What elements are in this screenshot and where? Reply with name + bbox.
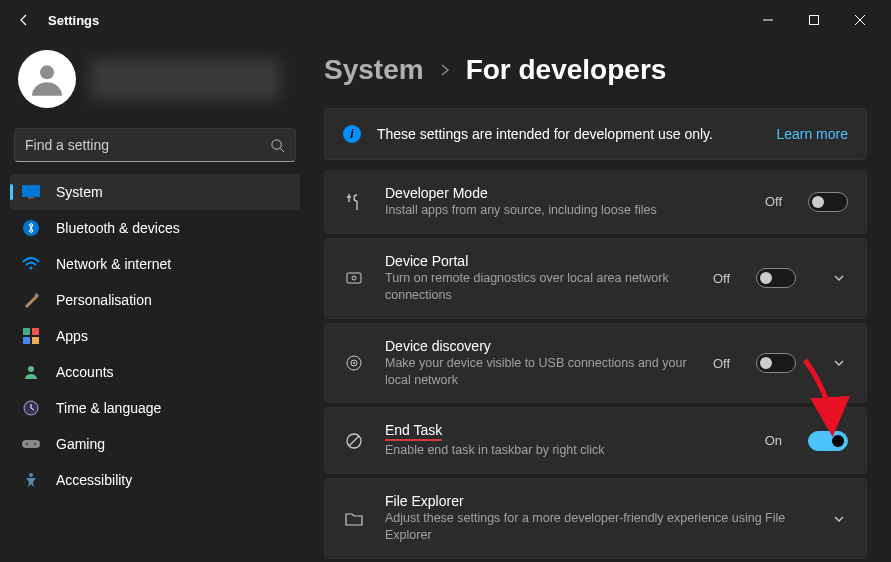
- account-name-redacted: [90, 58, 280, 100]
- breadcrumb-parent[interactable]: System: [324, 54, 424, 86]
- toggle-state: Off: [765, 194, 782, 209]
- card-title: Developer Mode: [385, 185, 745, 201]
- nav-item-bluetooth[interactable]: Bluetooth & devices: [10, 210, 300, 246]
- card-title: File Explorer: [385, 493, 796, 509]
- toggle-state: Off: [713, 271, 730, 286]
- svg-rect-20: [347, 273, 361, 283]
- search-icon: [270, 138, 285, 153]
- card-desc: Adjust these settings for a more develop…: [385, 510, 796, 544]
- nav-label: Network & internet: [56, 256, 171, 272]
- card-title: Device Portal: [385, 253, 693, 269]
- card-desc: Enable end task in taskbar by right clic…: [385, 442, 745, 459]
- account-header[interactable]: [10, 40, 300, 124]
- card-desc: Turn on remote diagnostics over local ar…: [385, 270, 693, 304]
- svg-rect-1: [810, 16, 819, 25]
- nav-label: Apps: [56, 328, 88, 344]
- card-end-task[interactable]: End Task Enable end task in taskbar by r…: [324, 407, 867, 474]
- card-device-portal[interactable]: Device Portal Turn on remote diagnostics…: [324, 238, 867, 319]
- svg-line-26: [349, 436, 359, 446]
- device-portal-toggle[interactable]: [756, 268, 796, 288]
- svg-line-4: [280, 148, 284, 152]
- card-device-discovery[interactable]: Device discovery Make your device visibl…: [324, 323, 867, 404]
- tools-icon: [343, 191, 365, 213]
- close-button[interactable]: [837, 4, 883, 36]
- nav-item-apps[interactable]: Apps: [10, 318, 300, 354]
- svg-rect-12: [23, 337, 30, 344]
- info-icon: i: [343, 125, 361, 143]
- monitor-icon: [22, 183, 40, 201]
- chevron-down-icon: [832, 512, 846, 526]
- nav-item-network[interactable]: Network & internet: [10, 246, 300, 282]
- svg-rect-13: [32, 337, 39, 344]
- svg-point-17: [26, 443, 28, 445]
- nav-item-system[interactable]: System: [10, 174, 300, 210]
- toggle-state: Off: [713, 356, 730, 371]
- back-button[interactable]: [8, 4, 40, 36]
- card-file-explorer[interactable]: File Explorer Adjust these settings for …: [324, 478, 867, 559]
- nav-item-accessibility[interactable]: Accessibility: [10, 462, 300, 498]
- chevron-right-icon: [438, 63, 452, 77]
- card-desc: Install apps from any source, including …: [385, 202, 745, 219]
- folder-icon: [343, 508, 365, 530]
- maximize-button[interactable]: [791, 4, 837, 36]
- chevron-down-icon: [832, 356, 846, 370]
- bluetooth-icon: [22, 219, 40, 237]
- accessibility-icon: [22, 471, 40, 489]
- disable-icon: [343, 430, 365, 452]
- learn-more-link[interactable]: Learn more: [776, 126, 848, 142]
- card-title: Device discovery: [385, 338, 693, 354]
- gaming-icon: [22, 435, 40, 453]
- nav-item-gaming[interactable]: Gaming: [10, 426, 300, 462]
- close-icon: [855, 15, 865, 25]
- minimize-icon: [763, 15, 773, 25]
- accounts-icon: [22, 363, 40, 381]
- svg-point-14: [28, 366, 34, 372]
- chevron-down-icon: [832, 271, 846, 285]
- svg-point-2: [40, 65, 54, 79]
- nav-label: Time & language: [56, 400, 161, 416]
- paintbrush-icon: [22, 291, 40, 309]
- radar-icon: [343, 352, 365, 374]
- person-icon: [27, 59, 67, 99]
- nav-label: Accessibility: [56, 472, 132, 488]
- svg-rect-5: [22, 185, 40, 197]
- expand-chevron[interactable]: [830, 356, 848, 370]
- breadcrumb-current: For developers: [466, 54, 667, 86]
- nav-item-accounts[interactable]: Accounts: [10, 354, 300, 390]
- nav-label: System: [56, 184, 103, 200]
- nav-list: System Bluetooth & devices Network & int…: [10, 174, 300, 498]
- developer-mode-toggle[interactable]: [808, 192, 848, 212]
- end-task-toggle[interactable]: [808, 431, 848, 451]
- svg-point-18: [34, 443, 36, 445]
- arrow-left-icon: [16, 12, 32, 28]
- svg-point-21: [352, 276, 356, 280]
- expand-chevron[interactable]: [830, 271, 848, 285]
- search-field[interactable]: [25, 137, 270, 153]
- minimize-button[interactable]: [745, 4, 791, 36]
- nav-item-time[interactable]: Time & language: [10, 390, 300, 426]
- info-banner: i These settings are intended for develo…: [324, 108, 867, 160]
- svg-point-3: [272, 139, 281, 148]
- card-title: End Task: [385, 422, 745, 441]
- avatar: [18, 50, 76, 108]
- toggle-state: On: [765, 433, 782, 448]
- card-desc: Make your device visible to USB connecti…: [385, 355, 693, 389]
- nav-label: Gaming: [56, 436, 105, 452]
- svg-point-8: [30, 267, 33, 270]
- portal-icon: [343, 267, 365, 289]
- maximize-icon: [809, 15, 819, 25]
- svg-point-24: [353, 362, 355, 364]
- nav-label: Bluetooth & devices: [56, 220, 180, 236]
- device-discovery-toggle[interactable]: [756, 353, 796, 373]
- svg-point-19: [29, 473, 33, 477]
- nav-label: Personalisation: [56, 292, 152, 308]
- info-text: These settings are intended for developm…: [377, 126, 760, 142]
- expand-chevron[interactable]: [830, 512, 848, 526]
- svg-rect-10: [23, 328, 30, 335]
- clock-icon: [22, 399, 40, 417]
- nav-item-personalisation[interactable]: Personalisation: [10, 282, 300, 318]
- svg-rect-6: [28, 197, 34, 199]
- card-developer-mode[interactable]: Developer Mode Install apps from any sou…: [324, 170, 867, 234]
- svg-rect-16: [22, 440, 40, 448]
- search-input[interactable]: [14, 128, 296, 162]
